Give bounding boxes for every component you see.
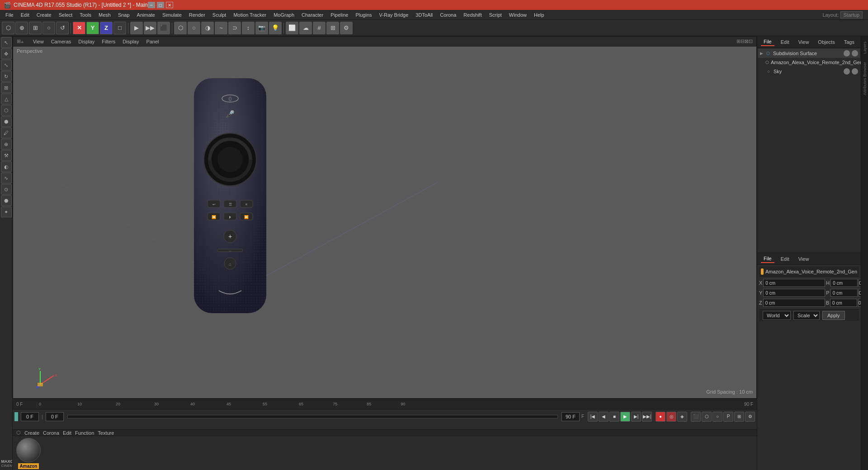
close-button[interactable]: ✕ [166,2,173,8]
obj-tab-file[interactable]: File [761,38,774,46]
sidebar-icon-deform2[interactable]: ⬣ [1,195,12,206]
toolbar-render[interactable]: ▶ [130,22,143,34]
sidebar-icon-tex[interactable]: ⬢ [1,116,12,127]
toolbar-cube[interactable]: ⬡ [174,22,187,34]
sidebar-icon-particle[interactable]: ✦ [1,207,12,217]
menu-file[interactable]: File [2,11,17,19]
toolbar-camera[interactable]: 📷 [255,22,268,34]
viewport-menu-view[interactable]: View [33,39,44,44]
viewport-menu-panel[interactable]: Panel [146,39,159,44]
menu-render[interactable]: Render [185,11,209,19]
toolbar-light[interactable]: 💡 [269,22,282,34]
sidebar-icon-mat[interactable]: ◐ [1,161,12,172]
menu-snap[interactable]: Snap [114,11,133,19]
mat-menu-texture[interactable]: Texture [98,430,114,436]
sidebar-icon-rotate[interactable]: ↻ [1,71,12,82]
menu-animate[interactable]: Animate [133,11,159,19]
menu-sculpt[interactable]: Sculpt [209,11,230,19]
attr-tab-view[interactable]: View [796,255,812,263]
obj-tab-view[interactable]: View [796,38,812,46]
scale-select[interactable]: Scale [793,311,820,320]
toolbar-snap-btn[interactable]: ⊞ [326,22,339,34]
sidebar-icon-poly[interactable]: △ [1,94,12,104]
toolbar-btn-4[interactable]: ○ [42,22,55,34]
menu-tools[interactable]: Tools [76,11,95,19]
edge-label-layers[interactable]: Layers [862,38,868,57]
sidebar-icon-model[interactable]: ⬡ [1,105,12,116]
toolbar-btn-2[interactable]: ⊕ [15,22,28,34]
timeline-bar[interactable] [67,415,558,418]
obj-tab-edit[interactable]: Edit [778,38,792,46]
edge-label-attributes[interactable]: Attributes Browser [862,58,868,99]
menu-mesh[interactable]: Mesh [95,11,114,19]
y-pos-input[interactable] [763,289,825,297]
menu-plugins[interactable]: Plugins [352,11,375,19]
sidebar-icon-tool[interactable]: ⚒ [1,150,12,161]
sidebar-icon-cursor[interactable]: ↖ [1,37,12,48]
toolbar-grid[interactable]: # [313,22,326,34]
viewport-menu-filters[interactable]: Filters [102,39,115,44]
menu-help[interactable]: Help [530,11,548,19]
viewport-menu-display[interactable]: Display [78,39,94,44]
minimize-button[interactable]: − [148,2,155,8]
toolbar-cylinder[interactable]: ◑ [201,22,214,34]
timeline-mode-btn[interactable]: ⬛ [691,412,701,422]
menu-simulate[interactable]: Simulate [159,11,185,19]
subdivision-vis2[interactable] [852,50,858,56]
toolbar-spline[interactable]: ~ [215,22,227,34]
mat-menu-create[interactable]: Create [24,430,39,436]
menu-vray[interactable]: V-Ray Bridge [376,11,412,19]
record-btn[interactable]: ● [656,412,665,422]
mat-menu-function[interactable]: Function [75,430,94,436]
sidebar-icon-move[interactable]: ✥ [1,48,12,59]
current-frame-input[interactable] [21,412,39,421]
subdivision-vis1[interactable] [844,50,850,56]
z-pos-input[interactable] [763,299,825,307]
menu-create[interactable]: Create [33,11,55,19]
stop-btn[interactable]: ■ [609,412,619,422]
toolbar-btn-z[interactable]: Z [100,22,113,34]
sidebar-icon-joint[interactable]: ⊕ [1,139,12,150]
y-p-input[interactable] [830,289,858,297]
x-pos-input[interactable] [763,279,825,287]
toolbar-render-region[interactable]: ⬛ [157,22,170,34]
timeline-motion-btn[interactable]: ○ [712,412,722,422]
toolbar-render-settings[interactable]: ▶▶ [144,22,156,34]
viewport-menu-display2[interactable]: Display [123,39,139,44]
viewport-menu-cameras[interactable]: Cameras [51,39,71,44]
timeline-extra-btn[interactable]: ⊞ [734,412,744,422]
obj-tab-objects[interactable]: Objects [815,38,837,46]
timeline-layer-btn[interactable]: P [723,412,733,422]
sky-vis1[interactable] [844,68,850,75]
obj-subdivision-surface[interactable]: ▶ ⬡ Subdivision Surface [758,49,860,58]
skip-end-btn[interactable]: ▶▶| [642,412,652,422]
sidebar-icon-paint[interactable]: 🖊 [1,127,12,138]
step-fwd-btn[interactable]: ▶| [631,412,641,422]
keyframe-btn[interactable]: ◈ [677,412,687,422]
menu-redshift[interactable]: Redshift [460,11,485,19]
menu-edit[interactable]: Edit [17,11,33,19]
toolbar-btn-x[interactable]: ✕ [73,22,85,34]
menu-pipeline[interactable]: Pipeline [327,11,352,19]
maximize-button[interactable]: □ [157,2,164,8]
viewport[interactable]: ⊞⟁ View Cameras Display Filters Display … [13,36,757,399]
obj-amazon-remote[interactable]: ⬡ Amazon_Alexa_Voice_Remote_2nd_Gen [758,58,860,67]
menu-motion-tracker[interactable]: Motion Tracker [230,11,270,19]
menu-script[interactable]: Script [486,11,505,19]
toolbar-btn-1[interactable]: ⬡ [2,22,14,34]
world-select[interactable]: World Object [763,311,791,320]
sidebar-icon-sculpt[interactable]: ⊙ [1,184,12,195]
toolbar-nurbs[interactable]: ⊃ [228,22,241,34]
z-b-input[interactable] [830,299,857,307]
skip-start-btn[interactable]: |◀ [588,412,598,422]
attr-tab-edit[interactable]: Edit [778,255,792,263]
timeline-curve-btn[interactable]: ⬡ [702,412,712,422]
sky-vis2[interactable] [852,68,858,75]
menu-mograph[interactable]: MoGraph [270,11,298,19]
toolbar-btn-3[interactable]: ⊞ [29,22,42,34]
play-back-btn[interactable]: ◀ [599,412,609,422]
toolbar-btn-y[interactable]: Y [86,22,99,34]
toolbar-sphere[interactable]: ○ [188,22,200,34]
toolbar-floor[interactable]: ⬜ [286,22,298,34]
sidebar-icon-scale[interactable]: ⤡ [1,60,12,70]
